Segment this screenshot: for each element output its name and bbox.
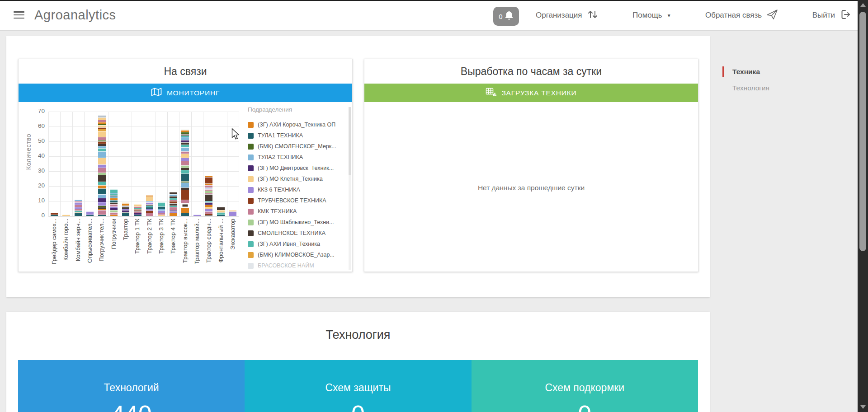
bar-Трактор[interactable] bbox=[122, 202, 129, 216]
nav-feedback[interactable]: Обратная связь bbox=[705, 9, 778, 22]
hamburger-menu-icon[interactable] bbox=[14, 11, 24, 19]
bar-segment[interactable] bbox=[98, 202, 105, 206]
bar-Фронтальный ...[interactable] bbox=[217, 207, 224, 216]
bar-segment[interactable] bbox=[181, 170, 189, 173]
section-nav-tehnika[interactable]: Техника bbox=[722, 66, 769, 78]
section-nav-tehnologiya[interactable]: Технология bbox=[722, 82, 769, 94]
scrollbar-thumb[interactable] bbox=[859, 12, 866, 251]
bar-segment[interactable] bbox=[181, 158, 189, 161]
bar-segment[interactable] bbox=[217, 207, 224, 210]
bar-Комбайн горо...[interactable] bbox=[62, 215, 70, 216]
nav-logout[interactable]: Выйти bbox=[812, 9, 851, 22]
bar-segment[interactable] bbox=[98, 164, 105, 168]
bar-segment[interactable] bbox=[170, 213, 177, 216]
legend-item[interactable]: БРАСОВСКОЕ НАЙМ bbox=[248, 260, 351, 271]
bar-segment[interactable] bbox=[134, 215, 141, 216]
legend-item[interactable]: (БМК) СМОЛЕНСКОЕ_Мерк... bbox=[248, 141, 351, 152]
bar-segment[interactable] bbox=[181, 161, 189, 165]
bar-segment[interactable] bbox=[98, 182, 105, 185]
bar-segment[interactable] bbox=[158, 202, 165, 206]
bar-segment[interactable] bbox=[170, 207, 177, 210]
legend-item[interactable]: ТРУБЧЕВСКОЕ ТЕХНИКА bbox=[248, 195, 351, 206]
bar-segment[interactable] bbox=[205, 194, 212, 201]
bar-segment[interactable] bbox=[98, 194, 105, 198]
bar-segment[interactable] bbox=[181, 200, 189, 203]
bar-Трактор малой...[interactable] bbox=[193, 215, 201, 216]
notifications-button[interactable]: 0 bbox=[493, 7, 519, 26]
bar-segment[interactable] bbox=[98, 185, 105, 188]
equipment-loading-button[interactable]: ЗАГРУЗКА ТЕХНИКИ bbox=[364, 84, 698, 102]
bar-segment[interactable] bbox=[205, 177, 212, 183]
bar-Опрыскивател...[interactable] bbox=[86, 211, 94, 216]
bar-segment[interactable] bbox=[98, 188, 105, 194]
bar-segment[interactable] bbox=[86, 211, 94, 215]
bar-segment[interactable] bbox=[98, 175, 105, 182]
bar-segment[interactable] bbox=[98, 210, 105, 215]
tile-feeding-schemes[interactable]: Схем подкормки 0 bbox=[472, 360, 698, 412]
bar-segment[interactable] bbox=[110, 189, 118, 193]
bar-segment[interactable] bbox=[98, 168, 105, 173]
legend-item[interactable]: СМОЛЕНСКОЕ ТЕХНИКА bbox=[248, 228, 351, 239]
legend-item[interactable]: (ЗГ) МО Клетня_Техника bbox=[248, 173, 351, 184]
bar-segment[interactable] bbox=[181, 145, 189, 148]
bar-segment[interactable] bbox=[181, 173, 189, 181]
bar-segment[interactable] bbox=[181, 147, 189, 151]
bar-segment[interactable] bbox=[98, 215, 105, 216]
bar-segment[interactable] bbox=[181, 213, 189, 216]
bar-segment[interactable] bbox=[98, 131, 105, 137]
bar-segment[interactable] bbox=[98, 148, 105, 151]
bar-segment[interactable] bbox=[181, 183, 189, 188]
nav-organization[interactable]: Организация bbox=[536, 9, 599, 23]
nav-help[interactable]: Помощь ▼ bbox=[632, 11, 671, 20]
bar-segment[interactable] bbox=[193, 215, 201, 216]
tile-protection-schemes[interactable]: Схем защиты 0 bbox=[245, 360, 471, 412]
legend-item[interactable]: (БМК) КЛИМОВСКОЕ_Азар... bbox=[248, 249, 351, 260]
scrollbar-down-arrow[interactable] bbox=[858, 404, 868, 410]
bar-Трактор 1 ТК[interactable] bbox=[134, 204, 141, 216]
legend-scrollbar[interactable] bbox=[349, 107, 351, 270]
bar-segment[interactable] bbox=[146, 197, 153, 201]
bar-segment[interactable] bbox=[51, 215, 58, 216]
bar-segment[interactable] bbox=[98, 137, 105, 140]
bar-segment[interactable] bbox=[86, 215, 94, 216]
bar-segment[interactable] bbox=[181, 137, 189, 140]
bar-segment[interactable] bbox=[146, 213, 153, 216]
bar-segment[interactable] bbox=[181, 190, 189, 199]
tile-technologies[interactable]: Технологий 440 bbox=[18, 360, 245, 412]
bar-segment[interactable] bbox=[75, 213, 82, 216]
bar-segment[interactable] bbox=[158, 215, 165, 216]
bar-segment[interactable] bbox=[62, 215, 70, 216]
bar-segment[interactable] bbox=[122, 213, 129, 216]
legend-item[interactable]: КМК ТЕХНИКА bbox=[248, 206, 351, 217]
bar-segment[interactable] bbox=[181, 208, 189, 213]
bar-Экскаватор[interactable] bbox=[229, 210, 236, 216]
bar-Трактор 4 ТК[interactable] bbox=[170, 192, 177, 216]
bar-Трактор 3 ТК[interactable] bbox=[158, 202, 165, 216]
bar-segment[interactable] bbox=[205, 215, 212, 216]
legend-item[interactable]: (ЗГ) АХИ Короча_Техника ОП bbox=[248, 119, 351, 130]
scrollbar-up-arrow[interactable] bbox=[858, 2, 868, 8]
monitoring-button[interactable]: МОНИТОРИНГ bbox=[19, 84, 352, 102]
legend-item[interactable]: (ЗГ) АХИ Ивня_Техника bbox=[248, 239, 351, 249]
bar-segment[interactable] bbox=[98, 151, 105, 158]
bar-segment[interactable] bbox=[181, 203, 189, 208]
bar-segment[interactable] bbox=[110, 215, 118, 216]
legend-item[interactable]: ККЗ 6 ТЕХНИКА bbox=[248, 184, 351, 195]
bar-Трактор средн...[interactable] bbox=[205, 176, 212, 216]
bar-segment[interactable] bbox=[217, 215, 224, 216]
bar-Грейдер самох...[interactable] bbox=[51, 213, 58, 216]
bar-segment[interactable] bbox=[98, 198, 105, 201]
legend-item[interactable]: (ЗГ) МО Дмитровск_Техник... bbox=[248, 163, 351, 173]
bar-Трактор 2 ТК[interactable] bbox=[146, 195, 153, 216]
bar-Трактор высок...[interactable] bbox=[181, 130, 189, 216]
bar-Погрузчики[interactable] bbox=[110, 189, 118, 216]
bar-segment[interactable] bbox=[205, 209, 212, 212]
legend-item[interactable]: ТУЛА1 ТЕХНИКА bbox=[248, 130, 351, 141]
bar-segment[interactable] bbox=[98, 158, 105, 164]
bar-Комбайн зерн...[interactable] bbox=[75, 200, 82, 216]
bar-segment[interactable] bbox=[181, 154, 189, 158]
legend-item[interactable]: ТУЛА2 ТЕХНИКА bbox=[248, 152, 351, 163]
bar-Погрузчик тел...[interactable] bbox=[98, 115, 105, 216]
bar-segment[interactable] bbox=[229, 211, 236, 216]
legend-item[interactable]: (ЗГ) МО Шаблыкино_Техни... bbox=[248, 217, 351, 228]
